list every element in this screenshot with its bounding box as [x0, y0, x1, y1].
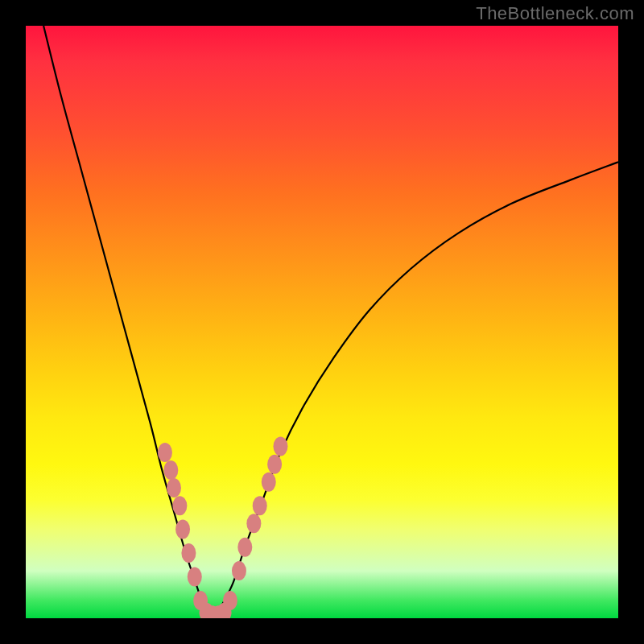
- highlight-dot: [158, 443, 172, 462]
- highlight-dot: [188, 567, 202, 586]
- highlight-dot: [253, 496, 267, 515]
- highlight-dots-group: [158, 437, 288, 618]
- highlight-dot: [223, 591, 237, 610]
- plot-area: [26, 26, 618, 618]
- bottleneck-curve: [43, 26, 618, 618]
- highlight-dot: [181, 543, 196, 563]
- highlight-dot: [246, 514, 261, 533]
- highlight-dot: [167, 478, 181, 497]
- highlight-dot: [175, 520, 190, 539]
- highlight-dot: [237, 538, 252, 557]
- highlight-dot: [163, 460, 178, 480]
- highlight-dot: [172, 496, 187, 515]
- chart-svg: [26, 26, 618, 618]
- highlight-dot: [273, 437, 287, 456]
- highlight-dot: [232, 561, 246, 580]
- watermark-text: TheBottleneck.com: [476, 3, 634, 24]
- chart-frame: TheBottleneck.com: [0, 0, 644, 644]
- highlight-dot: [267, 455, 282, 474]
- highlight-dot: [262, 473, 276, 492]
